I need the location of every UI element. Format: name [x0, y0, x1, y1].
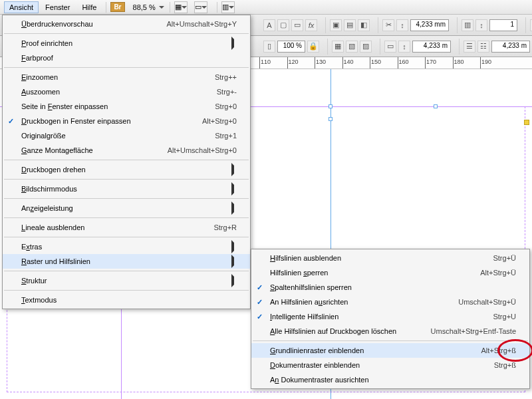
ruler-label: 150	[371, 59, 381, 65]
menu-item[interactable]: Anzeigeleistung	[3, 201, 250, 215]
menu-item-label: Originalgröße	[21, 132, 199, 140]
measure-input[interactable]: 4,233 mm	[410, 19, 449, 31]
menu-item[interactable]: OriginalgrößeStrg+1	[3, 128, 250, 143]
measure2-link-icon[interactable]: ↕	[398, 41, 410, 53]
count-input[interactable]: 1	[489, 19, 517, 31]
selection-handle[interactable]	[434, 104, 438, 108]
menu-separator	[4, 237, 249, 237]
menu-item[interactable]: Dokumentraster einblendenStrg+ß	[251, 358, 529, 372]
zoom-level[interactable]: 88,5 %	[133, 3, 166, 11]
menu-item-label: Intelligente Hilfslinien	[270, 313, 477, 321]
menu-item[interactable]: ✓Druckbogen in Fenster einpassenAlt+Strg…	[3, 114, 250, 128]
separator	[106, 2, 106, 13]
menu-accelerator: Umschalt+Strg+Entf-Taste	[431, 327, 516, 335]
menu-item[interactable]: Extras	[3, 239, 250, 254]
balance-icon[interactable]: ☰	[464, 41, 475, 53]
wrap2a-icon[interactable]: ▦	[332, 41, 344, 53]
wrap2c-icon[interactable]: ▨	[360, 41, 372, 53]
menu-item[interactable]: Lineale ausblendenStrg+R	[3, 220, 250, 235]
arrange-documents-icon[interactable]: ▥	[221, 1, 235, 13]
menu-item[interactable]: AuszoomenStrg+-	[3, 84, 250, 99]
measure-link-icon[interactable]: ↕	[396, 19, 408, 31]
menu-item-label: Druckbogen drehen	[21, 166, 225, 174]
ruler-label: 120	[289, 59, 299, 65]
lock-icon[interactable]: 🔒	[307, 41, 319, 53]
ruler-label: 140	[344, 59, 354, 65]
check-icon: ✓	[257, 283, 263, 292]
menu-item-label: Extras	[21, 243, 225, 251]
menu-item-label: Einzoomen	[21, 73, 199, 81]
menu-item[interactable]: Seite in Fenster einpassenStrg+0	[3, 99, 250, 114]
fill-icon[interactable]: ▢	[277, 19, 289, 31]
menu-item[interactable]: Hilfslinien ausblendenStrg+Ü	[251, 251, 529, 265]
screen-mode-icon[interactable]: ▭	[194, 1, 207, 13]
frame-fit-icon[interactable]: ▭	[384, 41, 396, 53]
grids-guides-submenu: Hilfslinien ausblendenStrg+ÜHilfslinien …	[251, 249, 530, 389]
menu-accelerator: Alt+Umschalt+Strg+Y	[167, 20, 237, 28]
menu-item-label: Überdruckenvorschau	[21, 20, 151, 28]
menu-item[interactable]: Hilfslinien sperrenAlt+Strg+Ü	[251, 265, 529, 280]
menu-item[interactable]: Raster und Hilfslinien	[3, 254, 250, 269]
menu-item[interactable]: ✓Spaltenhilfslinien sperren	[251, 280, 529, 295]
measure2-input[interactable]: 4,233 m	[412, 41, 451, 53]
stroke-icon[interactable]: ▭	[291, 19, 303, 31]
menu-item[interactable]: ÜberdruckenvorschauAlt+Umschalt+Strg+Y	[3, 17, 250, 31]
menu-item[interactable]: Ganze MontageflächeAlt+Umschalt+Strg+0	[3, 143, 250, 158]
ruler-tick	[453, 57, 454, 68]
menu-item[interactable]: Bildschirmmodus	[3, 182, 250, 196]
ruler-label: 130	[316, 59, 326, 65]
wrap-bounding-icon[interactable]: ▤	[344, 19, 356, 31]
menu-item[interactable]: Druckbogen drehen	[3, 162, 250, 177]
zoom2-input[interactable]: 100 %	[277, 41, 305, 53]
menu-item-label: Bildschirmmodus	[21, 185, 225, 193]
character-icon[interactable]: A	[263, 19, 275, 31]
menu-accelerator: Strg++	[215, 73, 237, 81]
chevron-right-icon	[225, 243, 237, 251]
columns-icon[interactable]: ▥	[462, 19, 473, 31]
menu-item[interactable]: EinzoomenStrg++	[3, 70, 250, 84]
ruler-label: 110	[261, 59, 271, 65]
menu-item[interactable]: Proof einrichten	[3, 36, 250, 51]
menu-ansicht[interactable]: Ansicht	[4, 1, 39, 13]
menu-fenster[interactable]: Fenster	[40, 1, 75, 13]
span-icon[interactable]: ☷	[477, 41, 489, 53]
menu-item-label: Ganze Montagefläche	[21, 146, 152, 154]
menu-accelerator: Strg+Ü	[493, 254, 516, 262]
menu-item[interactable]: Farbproof	[3, 51, 250, 65]
menu-item[interactable]: Alle Hilfslinien auf Druckbogen löschenU…	[251, 324, 529, 338]
chevron-down-icon[interactable]	[158, 3, 166, 11]
menu-item-label: Seite in Fenster einpassen	[21, 102, 199, 110]
ruler-label: 190	[481, 59, 491, 65]
menu-item[interactable]: ✓An Hilfslinien ausrichtenUmschalt+Strg+…	[251, 295, 529, 309]
wrap-none-icon[interactable]: ▣	[330, 19, 342, 31]
gutter-input[interactable]: 4,233 m	[491, 41, 530, 53]
overset-indicator[interactable]	[524, 120, 529, 125]
ruler-tick	[287, 57, 288, 68]
wrap2b-icon[interactable]: ▧	[346, 41, 358, 53]
menu-accelerator: Strg+ß	[494, 361, 516, 369]
view-options-icon[interactable]: ▦	[174, 1, 188, 13]
selection-handle[interactable]	[329, 104, 332, 108]
bridge-button[interactable]: Br	[110, 2, 124, 12]
menu-accelerator: Strg+-	[217, 88, 237, 96]
menu-accelerator: Alt+Strg+Ü	[480, 269, 516, 277]
type-icon[interactable]: ▯	[263, 41, 275, 53]
ruler-tick	[342, 57, 343, 68]
fx-icon[interactable]: fx	[305, 19, 317, 31]
menu-item-label: Textmodus	[21, 296, 237, 304]
menu-item-label: Alle Hilfslinien auf Druckbogen löschen	[270, 327, 415, 335]
columns-link-icon[interactable]: ↕	[475, 19, 487, 31]
menu-item-label: Farbproof	[21, 54, 237, 62]
menu-item[interactable]: ✓Intelligente HilfslinienStrg+U	[251, 309, 529, 324]
menu-item[interactable]: An Dokumentraster ausrichten	[251, 372, 529, 387]
menu-item-label: Auszoomen	[21, 88, 201, 96]
menu-hilfe[interactable]: Hilfe	[76, 1, 102, 13]
crop-icon[interactable]: ✂	[382, 19, 394, 31]
wrap-object-icon[interactable]: ◧	[358, 19, 370, 31]
menu-item[interactable]: Struktur	[3, 273, 250, 288]
menu-item[interactable]: Grundlinienraster einblendenAlt+Strg+ß	[251, 343, 529, 358]
selection-handle[interactable]	[329, 117, 332, 121]
separator	[170, 2, 170, 13]
menu-item[interactable]: Textmodus	[3, 293, 250, 307]
menu-separator	[4, 271, 249, 271]
